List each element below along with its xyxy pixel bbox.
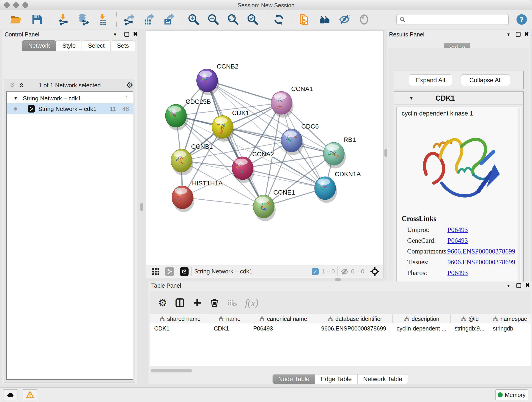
cell-shared-name[interactable]: CDK1 bbox=[150, 324, 210, 333]
share-document-button[interactable] bbox=[298, 13, 312, 26]
column-header-namespac[interactable]: namespac bbox=[489, 314, 531, 323]
selected-checkbox-icon[interactable]: ✓ bbox=[312, 268, 319, 275]
tab-style[interactable]: Style bbox=[56, 40, 82, 51]
import-network-button[interactable] bbox=[57, 13, 70, 26]
cell-description[interactable]: cyclin-dependent ... bbox=[393, 324, 451, 333]
collapse-entry-icon[interactable]: ▼ bbox=[409, 96, 413, 101]
network-node-CCNB1[interactable]: CCNB1 bbox=[171, 143, 213, 175]
results-scrollbar-track[interactable] bbox=[518, 108, 520, 282]
column-header-shared-name[interactable]: shared name bbox=[150, 314, 210, 323]
cell-canonical-name[interactable]: P06493 bbox=[249, 324, 317, 333]
node-result-header[interactable]: ▼ CDK1 bbox=[394, 92, 523, 105]
help-button[interactable]: ? bbox=[515, 13, 528, 26]
delete-column-trash-icon[interactable] bbox=[210, 298, 219, 307]
zoom-selected-button[interactable] bbox=[246, 13, 259, 26]
home-button[interactable] bbox=[318, 13, 331, 26]
tab-network-table[interactable]: Network Table bbox=[357, 374, 408, 384]
network-node-CCNA2[interactable]: CCNA2 bbox=[232, 151, 274, 183]
console-button[interactable] bbox=[3, 389, 17, 400]
tab-node-table[interactable]: Node Table bbox=[272, 374, 315, 384]
search-input[interactable] bbox=[408, 16, 504, 23]
vertical-splitter-handle[interactable] bbox=[140, 203, 143, 211]
import-table-button[interactable] bbox=[96, 13, 109, 26]
show-columns-icon[interactable] bbox=[175, 298, 185, 308]
node-result-card: ▼ CDK1 cyclin-dependent kinase 1 bbox=[394, 91, 524, 286]
horizontal-splitter-handle[interactable] bbox=[335, 278, 341, 281]
network-node-HIST1H1A[interactable]: HIST1H1A bbox=[172, 180, 223, 212]
table-options-gear-icon[interactable]: ⚙ bbox=[158, 297, 167, 308]
string-network-icon bbox=[28, 105, 35, 113]
float-panel-icon[interactable] bbox=[516, 32, 520, 37]
export-network-button[interactable] bbox=[122, 13, 136, 26]
network-node-CCNB2[interactable]: CCNB2 bbox=[196, 63, 239, 95]
cell-namespac[interactable]: stringdb bbox=[489, 324, 531, 333]
network-node-CDC6[interactable]: CDC6 bbox=[281, 123, 319, 155]
network-edge-HIST1H1A-CCNE1[interactable] bbox=[182, 197, 264, 206]
expand-all-button[interactable]: Expand All bbox=[409, 75, 452, 86]
panel-menu-icon[interactable]: ▼ bbox=[506, 283, 511, 288]
cell-database-identifier[interactable]: 9606.ENSP00000378699 bbox=[317, 324, 393, 333]
zoom-selected-icon bbox=[247, 13, 259, 26]
tab-network[interactable]: Network bbox=[22, 40, 56, 51]
refresh-button[interactable] bbox=[272, 13, 285, 26]
network-canvas[interactable]: CCNB2CCNA1CDC25BCDK1CDC6RB1CCNB1CCNA2CDK… bbox=[146, 31, 382, 265]
zoom-fit-button[interactable] bbox=[226, 13, 240, 26]
column-header-canonical-name[interactable]: canonical name bbox=[249, 314, 317, 323]
collapse-all-button[interactable]: Collapse All bbox=[461, 75, 510, 86]
float-panel-icon[interactable] bbox=[124, 32, 129, 37]
crosslink-link[interactable]: P06493 bbox=[447, 237, 468, 244]
export-image-button[interactable] bbox=[162, 13, 175, 26]
panel-menu-icon[interactable]: ▼ bbox=[113, 32, 117, 37]
warnings-button[interactable] bbox=[23, 389, 37, 400]
network-node-CDKN1A[interactable]: CDKN1A bbox=[315, 171, 361, 203]
tab-sets[interactable]: Sets bbox=[111, 40, 135, 51]
vertical-splitter-handle[interactable] bbox=[385, 149, 387, 157]
options-gear-icon[interactable]: ⚙ bbox=[126, 80, 133, 89]
column-header-database-identifier[interactable]: database identifier bbox=[317, 314, 393, 323]
column-header-description[interactable]: description bbox=[393, 314, 451, 323]
network-node-RB1[interactable]: RB1 bbox=[323, 136, 356, 168]
delete-table-icon[interactable] bbox=[227, 298, 237, 308]
zoom-out-button[interactable] bbox=[207, 13, 220, 26]
node-label-CDKN1A: CDKN1A bbox=[335, 171, 361, 178]
network-node-CCNE1[interactable]: CCNE1 bbox=[253, 189, 295, 221]
panel-menu-icon[interactable]: ▼ bbox=[506, 32, 511, 37]
open-session-button[interactable] bbox=[9, 13, 22, 26]
tab-select[interactable]: Select bbox=[82, 40, 111, 51]
show-graphics-button[interactable] bbox=[357, 13, 371, 26]
crosslink-link[interactable]: P06493 bbox=[447, 226, 468, 234]
column-header--id[interactable]: @id bbox=[451, 314, 489, 323]
network-column-icon bbox=[404, 316, 409, 322]
tree-collapse-icon[interactable]: ▼ bbox=[13, 96, 18, 101]
import-network-from-database-button[interactable] bbox=[76, 13, 90, 26]
network-share-icon[interactable] bbox=[165, 267, 174, 276]
close-panel-icon[interactable]: ✖ bbox=[524, 31, 529, 37]
close-panel-icon[interactable]: ✖ bbox=[133, 31, 138, 37]
float-panel-icon[interactable] bbox=[516, 283, 521, 288]
table-horizontal-scrollbar[interactable] bbox=[151, 369, 192, 372]
save-session-button[interactable] bbox=[30, 13, 44, 26]
tab-edge-table[interactable]: Edge Table bbox=[315, 374, 357, 384]
column-header-name[interactable]: name bbox=[210, 314, 249, 323]
zoom-in-button[interactable] bbox=[187, 13, 200, 26]
crosslink-link[interactable]: 9606.ENSP00000378699 bbox=[447, 248, 515, 255]
search-bar[interactable] bbox=[396, 14, 509, 25]
create-column-plus-icon[interactable] bbox=[193, 298, 202, 307]
network-node-CDK1[interactable]: CDK1 bbox=[212, 109, 249, 142]
memory-button[interactable]: Memory bbox=[495, 389, 528, 400]
network-tree-child-row[interactable]: String Network – cdk1 11 48 bbox=[7, 103, 133, 114]
open-in-window-button[interactable] bbox=[180, 267, 189, 276]
birds-eye-crosshair-icon[interactable] bbox=[370, 267, 380, 276]
function-builder-icon[interactable]: f(x) bbox=[245, 297, 258, 308]
crosslink-link[interactable]: 9606.ENSP00000378699 bbox=[447, 258, 515, 266]
hide-unhide-button[interactable] bbox=[338, 13, 351, 26]
cell-name[interactable]: CDK1 bbox=[210, 324, 249, 333]
cell--id[interactable]: stringdb:9... bbox=[451, 324, 489, 333]
grid-view-icon[interactable] bbox=[152, 268, 160, 276]
network-edge-CCNB2-CCNE1[interactable] bbox=[207, 80, 264, 206]
close-panel-icon[interactable]: ✖ bbox=[525, 282, 530, 288]
crosslink-link[interactable]: P06493 bbox=[447, 269, 468, 277]
network-tree-root-row[interactable]: ▼ String Network – cdk1 1 bbox=[7, 93, 133, 103]
toolbar-separator bbox=[367, 267, 367, 276]
export-table-button[interactable] bbox=[142, 13, 155, 26]
